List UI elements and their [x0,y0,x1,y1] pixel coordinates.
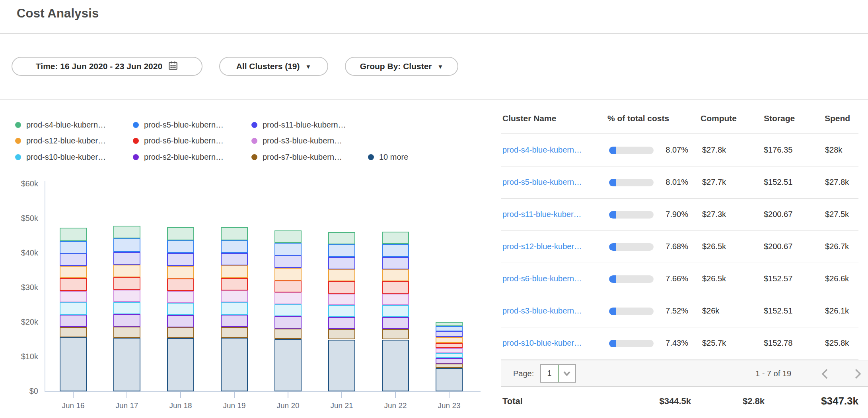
cluster-name-link[interactable]: prod-s11-blue-kuber… [502,210,582,219]
legend-item[interactable]: prod-s10-blue-kuber… [15,153,106,162]
bar-segment[interactable] [436,364,463,368]
cluster-name-link[interactable]: prod-s10-blue-kuber… [502,339,582,348]
bar-segment[interactable] [274,230,302,243]
cluster-name-link[interactable]: prod-s12-blue-kuber… [502,242,582,251]
bar-segment[interactable] [436,348,463,353]
bar-segment[interactable] [221,302,248,314]
bar-segment[interactable] [167,253,194,266]
cluster-name-link[interactable]: prod-s5-blue-kubern… [502,178,582,187]
legend-item[interactable]: prod-s2-blue-kubern… [133,153,224,162]
bar-segment[interactable] [113,327,140,338]
cluster-name-link[interactable]: prod-s3-blue-kubern… [502,306,582,315]
bar-segment[interactable] [60,327,87,337]
bar-segment[interactable] [382,232,409,244]
bar-segment[interactable] [221,278,248,290]
legend-item[interactable]: prod-s5-blue-kubern… [133,120,224,130]
bar-segment[interactable] [167,240,194,253]
bar-segment[interactable] [436,358,463,363]
bar-segment[interactable] [436,343,463,348]
legend-item[interactable]: prod-s4-blue-kubern… [15,120,106,130]
bar-segment[interactable] [274,339,302,391]
bar-segment[interactable] [328,294,355,306]
bar-segment[interactable] [382,340,409,392]
bar-segment[interactable] [60,228,87,242]
bar-segment[interactable] [167,315,194,327]
bar-segment[interactable] [60,241,87,253]
bar-segment[interactable] [113,277,140,290]
bar-segment[interactable] [167,303,194,315]
bar-segment[interactable] [221,315,248,327]
bar-segment[interactable] [60,278,87,291]
bar-segment[interactable] [274,329,302,339]
legend-item[interactable]: prod-s6-blue-kubern… [133,136,224,145]
bar-segment[interactable] [382,281,409,293]
bar-segment[interactable] [221,240,248,253]
legend-item[interactable]: prod-s12-blue-kuber… [15,136,106,145]
bar-segment[interactable] [436,368,463,391]
bar-segment[interactable] [113,226,140,238]
bar-segment[interactable] [328,340,355,392]
legend-item[interactable]: prod-s3-blue-kubern… [251,136,342,145]
bar-segment[interactable] [382,317,409,329]
bar-segment[interactable] [167,327,194,338]
bar-segment[interactable] [221,290,248,302]
bar-segment[interactable] [328,257,355,269]
bar-segment[interactable] [328,269,355,281]
bar-segment[interactable] [274,281,302,292]
next-page-button[interactable] [850,367,865,381]
bar-segment[interactable] [436,322,463,326]
bar-segment[interactable] [60,254,87,266]
bar-segment[interactable] [60,291,87,303]
bar-segment[interactable] [60,266,87,278]
bar-segment[interactable] [221,227,248,240]
bar-segment[interactable] [167,338,194,391]
time-range-filter[interactable]: Time: 16 Jun 2020 - 23 Jun 2020 [12,57,202,76]
bar-segment[interactable] [436,331,463,337]
bar-segment[interactable] [274,304,302,316]
bar-segment[interactable] [221,265,248,278]
bar-segment[interactable] [382,329,409,339]
bar-segment[interactable] [382,244,409,257]
bar-segment[interactable] [436,337,463,343]
bar-segment[interactable] [328,317,355,329]
cluster-name-link[interactable]: prod-s4-blue-kubern… [502,145,582,155]
bar-segment[interactable] [221,327,248,338]
bar-segment[interactable] [328,281,355,293]
bar-segment[interactable] [167,227,194,240]
legend-item[interactable]: prod-s11-blue-kubern… [251,120,346,130]
legend-item[interactable]: prod-s7-blue-kubern… [251,153,342,162]
bar-segment[interactable] [382,294,409,306]
bar-segment[interactable] [274,316,302,328]
bar-segment[interactable] [436,326,463,332]
bar-segment[interactable] [328,244,355,257]
bar-segment[interactable] [382,257,409,269]
bar-segment[interactable] [113,290,140,302]
page-select[interactable]: 1 [540,364,576,383]
bar-segment[interactable] [221,253,248,265]
bar-segment[interactable] [60,302,87,314]
prev-page-button[interactable] [818,367,832,381]
bar-segment[interactable] [221,338,248,391]
bar-segment[interactable] [60,337,87,391]
bar-segment[interactable] [113,252,140,265]
bar-segment[interactable] [113,238,140,252]
bar-segment[interactable] [60,315,87,327]
bar-segment[interactable] [436,353,463,358]
bar-segment[interactable] [328,232,355,244]
cluster-filter-dropdown[interactable]: All Clusters (19) ▼ [219,57,328,76]
group-by-dropdown[interactable]: Group By: Cluster ▼ [345,57,458,76]
bar-segment[interactable] [274,268,302,280]
bar-segment[interactable] [382,305,409,317]
bar-segment[interactable] [328,329,355,339]
bar-segment[interactable] [167,291,194,303]
bar-segment[interactable] [328,305,355,317]
legend-item[interactable]: 10 more [368,153,408,162]
bar-segment[interactable] [274,243,302,255]
bar-segment[interactable] [113,338,140,391]
cluster-name-link[interactable]: prod-s6-blue-kubern… [502,274,582,283]
bar-segment[interactable] [167,266,194,278]
bar-segment[interactable] [274,292,302,304]
bar-segment[interactable] [274,255,302,268]
bar-segment[interactable] [113,302,140,314]
bar-segment[interactable] [167,279,194,291]
